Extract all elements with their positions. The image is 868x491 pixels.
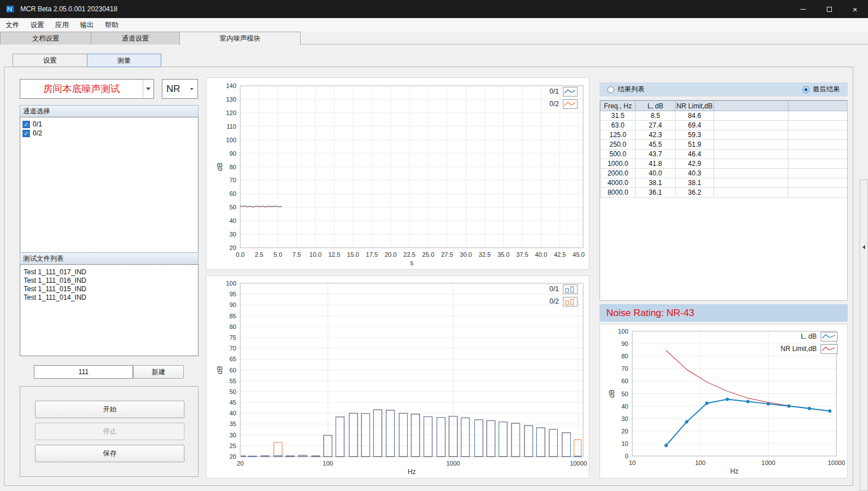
column-header bbox=[788, 101, 848, 111]
channel-item[interactable]: ✓0/1 bbox=[20, 120, 198, 129]
svg-text:7.5: 7.5 bbox=[292, 251, 301, 258]
legend-label: 0/1 bbox=[549, 87, 559, 95]
svg-text:60: 60 bbox=[230, 367, 236, 374]
svg-text:100: 100 bbox=[226, 137, 236, 143]
svg-text:10: 10 bbox=[629, 459, 636, 466]
table-cell: 43.7 bbox=[636, 150, 676, 159]
tab-room-noise-module[interactable]: 室内噪声模块 bbox=[179, 32, 301, 45]
file-list-item[interactable]: Test 1_111_016_IND bbox=[20, 277, 198, 285]
file-list-item[interactable]: Test 1_111_015_IND bbox=[20, 285, 198, 293]
svg-text:42.5: 42.5 bbox=[554, 251, 566, 258]
table-row[interactable]: 8000.036.136.2 bbox=[601, 188, 848, 198]
table-row[interactable]: 4000.038.138.1 bbox=[601, 178, 848, 188]
menu-apply[interactable]: 应用 bbox=[50, 18, 74, 32]
svg-text:Hz: Hz bbox=[730, 467, 739, 475]
svg-text:60: 60 bbox=[622, 378, 628, 384]
table-row[interactable]: 500.043.746.4 bbox=[601, 150, 848, 159]
svg-text:0.0: 0.0 bbox=[236, 251, 244, 258]
close-button[interactable]: × bbox=[842, 0, 868, 18]
table-cell: 40.0 bbox=[636, 169, 676, 178]
table-row[interactable]: 1000.041.842.9 bbox=[601, 159, 848, 169]
app-logo-icon bbox=[6, 5, 15, 14]
table-cell: 1000.0 bbox=[601, 159, 636, 169]
panel-collapse-strip[interactable] bbox=[860, 179, 868, 491]
tab-document-settings[interactable]: 文档设置 bbox=[0, 32, 91, 45]
legend-item: 0/2 bbox=[549, 296, 578, 306]
table-row[interactable]: 31.58.584.6 bbox=[601, 111, 848, 121]
checkbox-checked-icon[interactable]: ✓ bbox=[23, 130, 30, 137]
table-cell: 36.1 bbox=[636, 188, 676, 198]
subtab-measure[interactable]: 测量 bbox=[87, 54, 161, 67]
table-cell bbox=[788, 169, 848, 178]
svg-text:20: 20 bbox=[230, 453, 236, 460]
menu-file[interactable]: 文件 bbox=[0, 18, 25, 32]
svg-text:s: s bbox=[410, 259, 413, 267]
svg-text:20: 20 bbox=[237, 460, 244, 467]
rating-type-combobox[interactable]: NR bbox=[162, 79, 198, 99]
new-button[interactable]: 新建 bbox=[133, 365, 184, 379]
table-row[interactable]: 63.027.469.4 bbox=[601, 121, 848, 130]
checkbox-checked-icon[interactable]: ✓ bbox=[23, 121, 30, 128]
maximize-button[interactable] bbox=[816, 0, 842, 18]
app-logo-svg bbox=[6, 5, 15, 14]
save-button[interactable]: 保存 bbox=[35, 445, 184, 462]
svg-text:90: 90 bbox=[622, 340, 628, 347]
svg-text:75: 75 bbox=[230, 334, 236, 341]
test-name-combobox[interactable]: 房间本底噪声测试 bbox=[20, 79, 154, 99]
menu-settings[interactable]: 设置 bbox=[25, 18, 50, 32]
legend-line-icon bbox=[821, 332, 838, 341]
result-view-selector: 结果列表 最后结果 bbox=[600, 82, 848, 97]
table-cell bbox=[788, 178, 848, 188]
table-cell: 63.0 bbox=[601, 121, 636, 130]
rating-type-value: NR bbox=[166, 84, 180, 95]
svg-text:dB: dB bbox=[216, 163, 224, 171]
legend-item: L, dB bbox=[801, 331, 838, 341]
start-button[interactable]: 开始 bbox=[35, 401, 184, 418]
svg-text:80: 80 bbox=[230, 323, 236, 330]
svg-text:90: 90 bbox=[230, 150, 236, 157]
radio-selected-icon bbox=[803, 86, 809, 93]
results-table: Freq., HzL, dBNR Limit,dB31.58.584.663.0… bbox=[600, 100, 848, 198]
table-cell: 27.4 bbox=[636, 121, 676, 130]
channel-listbox[interactable]: ✓0/1✓0/2 bbox=[20, 117, 199, 253]
spectrum-chart: 2025303540455055606570758085909510020100… bbox=[206, 275, 589, 479]
sub-tabbar: 设置测量 bbox=[12, 54, 161, 67]
svg-text:40: 40 bbox=[622, 403, 628, 410]
menu-output[interactable]: 输出 bbox=[74, 18, 99, 32]
table-cell bbox=[788, 111, 848, 121]
tab-channel-settings[interactable]: 通道设置 bbox=[91, 32, 180, 45]
table-row[interactable]: 250.045.551.9 bbox=[601, 140, 848, 150]
stop-button[interactable]: 停止 bbox=[35, 423, 184, 440]
file-list-item[interactable]: Test 1_111_014_IND bbox=[20, 293, 198, 302]
test-files-header: 测试文件列表 bbox=[20, 252, 199, 265]
radio-result-list[interactable]: 结果列表 bbox=[607, 85, 645, 94]
svg-text:45: 45 bbox=[230, 399, 236, 406]
chevron-down-icon bbox=[143, 80, 153, 98]
svg-text:25.0: 25.0 bbox=[422, 251, 434, 258]
table-row[interactable]: 2000.040.040.3 bbox=[601, 169, 848, 178]
svg-text:120: 120 bbox=[226, 109, 236, 116]
svg-text:1000: 1000 bbox=[761, 459, 775, 466]
radio-label: 结果列表 bbox=[618, 85, 645, 94]
svg-text:2.5: 2.5 bbox=[255, 251, 263, 258]
table-row[interactable]: 125.042.359.3 bbox=[601, 130, 848, 140]
minimize-button[interactable] bbox=[790, 0, 816, 18]
legend-bar-icon bbox=[563, 284, 578, 294]
table-cell: 500.0 bbox=[601, 150, 636, 159]
legend-bar-icon bbox=[563, 297, 578, 306]
column-header bbox=[714, 101, 788, 111]
subtab-settings[interactable]: 设置 bbox=[12, 54, 87, 67]
legend-label: L, dB bbox=[801, 332, 817, 340]
channel-item[interactable]: ✓0/2 bbox=[20, 129, 198, 138]
legend-label: NR Limit,dB bbox=[781, 345, 817, 353]
svg-text:85: 85 bbox=[230, 313, 236, 319]
menu-help[interactable]: 帮助 bbox=[99, 18, 124, 32]
test-file-listbox[interactable]: Test 1_111_017_INDTest 1_111_016_INDTest… bbox=[20, 264, 199, 356]
table-cell bbox=[714, 121, 788, 130]
table-header-row: Freq., HzL, dBNR Limit,dB bbox=[601, 101, 848, 111]
radio-last-result[interactable]: 最后结果 bbox=[803, 85, 840, 94]
legend-item: 0/1 bbox=[549, 86, 578, 97]
file-list-item[interactable]: Test 1_111_017_IND bbox=[20, 268, 198, 277]
minimize-icon bbox=[800, 9, 806, 10]
file-name-input[interactable] bbox=[34, 365, 133, 379]
